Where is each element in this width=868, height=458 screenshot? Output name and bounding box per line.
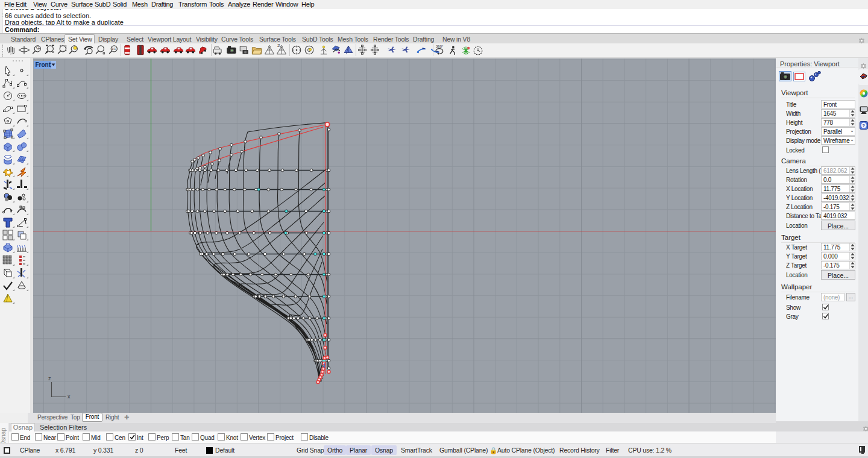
svg-text:1: 1 [37, 46, 39, 49]
svg-text:?: ? [862, 123, 865, 128]
svg-text:z: z [48, 375, 51, 381]
svg-text:2: 2 [277, 43, 280, 48]
svg-text:x: x [68, 394, 71, 400]
svg-text:1:1: 1:1 [112, 47, 116, 51]
svg-text:Front: Front [36, 61, 51, 68]
svg-text:360°: 360° [436, 45, 444, 48]
